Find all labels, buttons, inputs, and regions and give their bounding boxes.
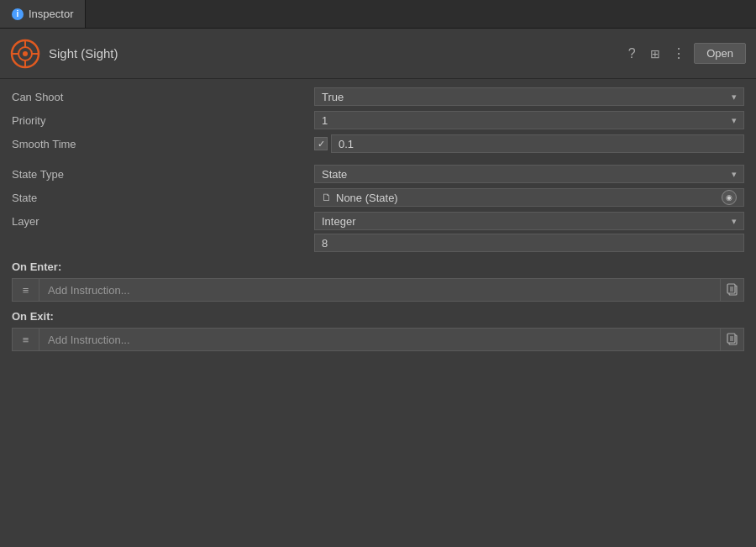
on-exit-placeholder[interactable]: Add Instruction... [39, 334, 720, 346]
state-label: State [12, 192, 314, 204]
sight-icon [10, 39, 40, 69]
can-shoot-arrow: ▾ [732, 92, 737, 103]
can-shoot-dropdown[interactable]: True ▾ [314, 87, 744, 106]
smooth-time-label: Smooth Time [12, 138, 314, 150]
layer-dropdown[interactable]: Integer ▾ [314, 212, 744, 230]
inspector-panel: i Inspector Sight (Sight) ? ⊞ ⋮ Open Can… [0, 0, 756, 547]
tab-bar: i Inspector [0, 0, 756, 29]
can-shoot-label: Can Shoot [12, 91, 314, 103]
clipboard-icon-enter[interactable] [720, 279, 743, 301]
settings-icon[interactable]: ⊞ [647, 45, 664, 62]
state-type-control: State ▾ [314, 165, 744, 183]
can-shoot-value: True [322, 91, 732, 103]
more-menu-icon[interactable]: ⋮ [670, 45, 687, 62]
inspector-tab[interactable]: i Inspector [0, 0, 86, 28]
on-enter-label: On Enter: [12, 260, 744, 273]
lines-icon-enter: ≡ [13, 279, 39, 301]
on-exit-instruction-row: ≡ Add Instruction... [12, 328, 744, 351]
priority-row: Priority 1 ▾ [12, 109, 744, 131]
inspector-tab-label: Inspector [29, 8, 73, 20]
state-type-value: State [322, 168, 732, 181]
layer-value-row [12, 234, 744, 252]
state-target-button[interactable]: ◉ [722, 190, 737, 205]
lines-icon-exit: ≡ [13, 329, 39, 350]
state-type-arrow: ▾ [732, 169, 737, 180]
layer-row: Layer Integer ▾ [12, 210, 744, 232]
layer-control: Integer ▾ [314, 212, 744, 230]
open-button[interactable]: Open [694, 43, 746, 64]
layer-number-input[interactable] [314, 234, 744, 252]
can-shoot-row: Can Shoot True ▾ [12, 86, 744, 108]
state-control: 🗋 None (State) ◉ [314, 188, 744, 207]
layer-arrow: ▾ [732, 216, 737, 227]
component-title: Sight (Sight) [49, 46, 623, 60]
priority-value: 1 [322, 114, 732, 127]
smooth-time-control: ✓ [314, 134, 744, 153]
priority-arrow: ▾ [732, 115, 737, 126]
content-area: Can Shoot True ▾ Priority 1 ▾ Smooth Tim… [0, 79, 756, 547]
can-shoot-control: True ▾ [314, 87, 744, 106]
layer-value: Integer [322, 215, 732, 228]
smooth-time-input[interactable] [331, 134, 744, 153]
help-icon[interactable]: ? [623, 45, 640, 62]
svg-point-2 [23, 51, 28, 56]
on-exit-label: On Exit: [12, 310, 744, 323]
priority-control: 1 ▾ [314, 111, 744, 129]
file-icon: 🗋 [322, 192, 332, 203]
state-type-row: State Type State ▾ [12, 163, 744, 185]
on-enter-instruction-row: ≡ Add Instruction... [12, 278, 744, 302]
state-field[interactable]: 🗋 None (State) ◉ [314, 188, 744, 207]
priority-dropdown[interactable]: 1 ▾ [314, 111, 744, 129]
priority-label: Priority [12, 114, 314, 127]
header-actions: ? ⊞ ⋮ Open [623, 43, 746, 64]
on-enter-placeholder[interactable]: Add Instruction... [39, 284, 720, 297]
state-type-dropdown[interactable]: State ▾ [314, 165, 744, 183]
component-header: Sight (Sight) ? ⊞ ⋮ Open [0, 29, 756, 79]
state-value: None (State) [336, 192, 722, 204]
smooth-time-row: Smooth Time ✓ [12, 133, 744, 155]
smooth-time-checkbox[interactable]: ✓ [314, 137, 328, 150]
layer-label: Layer [12, 215, 314, 228]
inspector-tab-icon: i [12, 8, 24, 20]
state-type-label: State Type [12, 168, 314, 181]
state-row: State 🗋 None (State) ◉ [12, 187, 744, 208]
clipboard-icon-exit[interactable] [720, 329, 743, 350]
